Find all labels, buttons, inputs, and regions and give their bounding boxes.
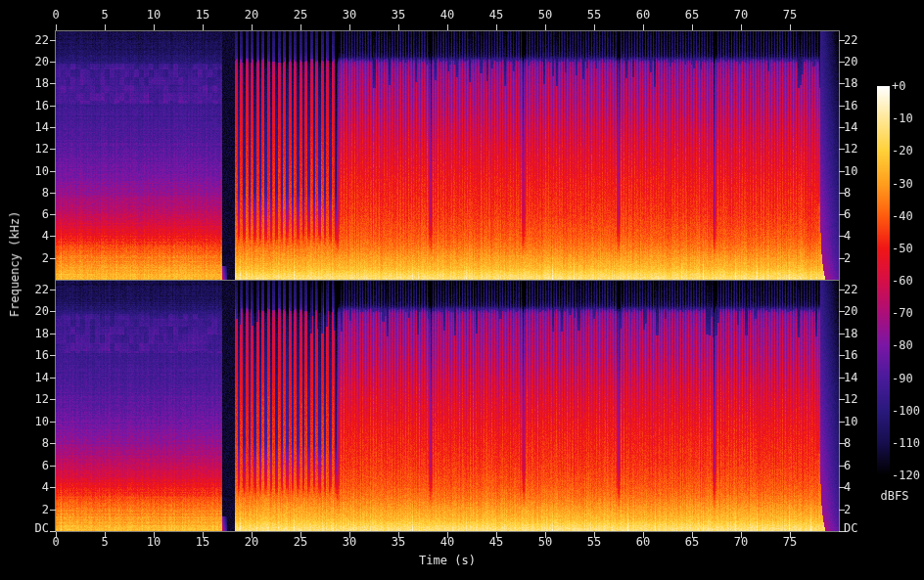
freq-tick-label-left: 20: [35, 304, 49, 318]
freq-tick-label-left: 2: [42, 503, 49, 516]
freq-tick-label-right: 12: [844, 392, 857, 406]
freq-tick-label-right: 14: [844, 120, 857, 134]
freq-tick-label-left: 16: [35, 348, 49, 362]
colorbar-title: dBFS: [881, 489, 909, 503]
time-tick-label-bottom: 5: [101, 535, 108, 549]
freq-tick-label-dc-left: DC: [35, 521, 49, 535]
freq-tick-label-left: 6: [42, 459, 49, 472]
freq-tick-label-left: 4: [42, 480, 49, 494]
freq-tick-label-left: 22: [35, 283, 49, 296]
colorbar-tick-label: -10: [892, 112, 913, 125]
time-tick-label-top: 0: [52, 8, 59, 22]
freq-tick-label-right: 14: [844, 371, 857, 384]
colorbar-tick-label: -30: [892, 177, 913, 191]
freq-tick-label-right: 10: [844, 164, 857, 178]
colorbar-tick-label: -40: [892, 209, 913, 223]
colorbar-tick-label: -100: [892, 404, 920, 418]
freq-tick-label-right: 8: [844, 436, 851, 450]
time-tick-label-top: 20: [245, 8, 258, 22]
time-tick-label-top: 15: [196, 8, 209, 22]
freq-tick-label-right: 22: [844, 33, 857, 47]
time-tick-label-bottom: 15: [196, 535, 209, 549]
freq-tick-label-right: 18: [844, 327, 857, 340]
freq-tick-label-right: 12: [844, 142, 857, 156]
x-axis-title: Time (s): [419, 554, 476, 567]
time-tick-label-top: 45: [489, 8, 503, 22]
y-axis-title: Frequency (kHz): [8, 211, 22, 317]
freq-tick-label-left: 12: [35, 142, 49, 156]
time-tick-label-top: 5: [101, 8, 108, 22]
freq-tick-label-dc-right: DC: [844, 521, 857, 535]
time-tick-label-top: 75: [783, 8, 797, 22]
freq-tick-label-left: 2: [42, 251, 49, 265]
colorbar-tick-label: -20: [892, 144, 913, 157]
time-tick-label-bottom: 25: [294, 535, 307, 549]
colorbar-tick-label: -70: [892, 306, 913, 320]
freq-tick-label-left: 18: [35, 76, 49, 90]
time-tick-label-bottom: 50: [538, 535, 552, 549]
freq-tick-label-right: 2: [844, 251, 851, 265]
colorbar-tick-label: -60: [892, 274, 913, 288]
freq-tick-label-right: 18: [844, 76, 857, 90]
spectrogram-figure: 051015202530354045505560657075 051015202…: [0, 0, 924, 580]
time-tick-label-bottom: 30: [343, 535, 356, 549]
time-tick-label-bottom: 0: [52, 535, 59, 549]
colorbar-tick-label: +0: [892, 79, 905, 93]
freq-tick-label-right: 6: [844, 207, 851, 221]
freq-tick-label-left: 18: [35, 327, 49, 340]
freq-tick-label-left: 8: [42, 186, 49, 200]
time-tick-label-bottom: 70: [734, 535, 748, 549]
freq-tick-label-right: 22: [844, 283, 857, 296]
time-tick-label-top: 10: [147, 8, 161, 22]
freq-tick-label-right: 16: [844, 99, 857, 112]
time-tick-label-top: 35: [392, 8, 405, 22]
spectrogram-canvas: [0, 0, 924, 580]
freq-tick-label-left: 6: [42, 207, 49, 221]
freq-tick-label-right: 8: [844, 186, 851, 200]
freq-tick-label-left: 20: [35, 55, 49, 68]
freq-tick-label-right: 16: [844, 348, 857, 362]
freq-tick-label-right: 10: [844, 415, 857, 428]
freq-tick-label-left: 16: [35, 99, 49, 112]
time-tick-label-top: 55: [587, 8, 601, 22]
time-tick-label-top: 60: [636, 8, 650, 22]
freq-tick-label-right: 20: [844, 304, 857, 318]
freq-tick-label-left: 14: [35, 120, 49, 134]
freq-tick-label-right: 2: [844, 503, 851, 516]
freq-tick-label-left: 22: [35, 33, 49, 47]
freq-tick-label-right: 20: [844, 55, 857, 68]
time-tick-label-bottom: 55: [587, 535, 601, 549]
freq-tick-label-left: 4: [42, 229, 49, 243]
colorbar-tick-label: -90: [892, 372, 913, 385]
time-tick-label-bottom: 65: [685, 535, 699, 549]
time-tick-label-bottom: 45: [489, 535, 503, 549]
time-tick-label-top: 40: [440, 8, 454, 22]
time-tick-label-top: 30: [343, 8, 356, 22]
time-tick-label-bottom: 60: [636, 535, 650, 549]
freq-tick-label-left: 8: [42, 436, 49, 450]
time-tick-label-top: 70: [734, 8, 748, 22]
colorbar-tick-label: -120: [892, 468, 920, 482]
colorbar-tick-label: -110: [892, 436, 920, 450]
freq-tick-label-left: 12: [35, 392, 49, 406]
time-tick-label-bottom: 10: [147, 535, 161, 549]
time-tick-label-bottom: 75: [783, 535, 797, 549]
colorbar-tick-label: -50: [892, 242, 913, 255]
time-tick-label-top: 50: [538, 8, 552, 22]
freq-tick-label-left: 14: [35, 371, 49, 384]
freq-tick-label-right: 6: [844, 459, 851, 472]
time-tick-label-top: 65: [685, 8, 699, 22]
time-tick-label-bottom: 35: [392, 535, 405, 549]
freq-tick-label-right: 4: [844, 480, 851, 494]
colorbar-tick-label: -80: [892, 338, 913, 352]
freq-tick-label-left: 10: [35, 164, 49, 178]
time-tick-label-top: 25: [294, 8, 307, 22]
time-tick-label-bottom: 40: [440, 535, 454, 549]
freq-tick-label-left: 10: [35, 415, 49, 428]
freq-tick-label-right: 4: [844, 229, 851, 243]
time-tick-label-bottom: 20: [245, 535, 258, 549]
